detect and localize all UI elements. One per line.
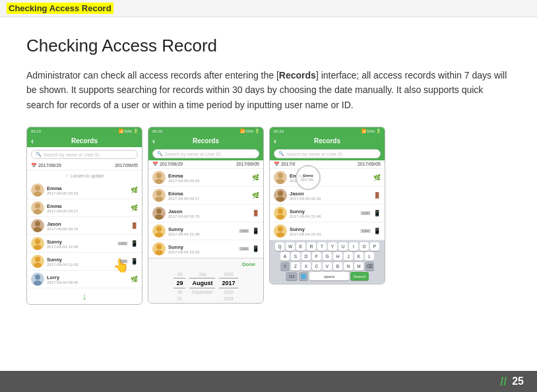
- key-d[interactable]: D: [301, 252, 311, 261]
- phone-icon: 📱: [373, 228, 381, 234]
- avatar: [31, 219, 44, 232]
- key-r[interactable]: R: [307, 242, 316, 251]
- key-k[interactable]: K: [354, 252, 363, 261]
- slash-decoration: //: [500, 375, 507, 389]
- main-content: Checking Access Record Administrator can…: [0, 17, 537, 318]
- list-item: Emma 2017-09-05 00:15 🌿: [27, 181, 142, 199]
- search-key[interactable]: Search: [350, 272, 369, 280]
- key-z[interactable]: Z: [291, 262, 300, 271]
- phone1-time: 00:10: [31, 129, 41, 133]
- avatar: [274, 224, 287, 238]
- avatar: [31, 183, 44, 197]
- key-c[interactable]: C: [312, 262, 321, 271]
- keyboard: Q W E R T Y U I O P A S D: [270, 240, 385, 284]
- arrow-down-icon: ↓: [82, 291, 87, 302]
- avatar: [152, 171, 166, 184]
- backspace-key[interactable]: ⌫: [365, 262, 374, 271]
- shift-key[interactable]: ⇧: [280, 262, 290, 271]
- month-column: July August September: [189, 271, 215, 302]
- avatar: [152, 189, 166, 202]
- key-p[interactable]: P: [370, 242, 379, 251]
- key-b[interactable]: B: [333, 262, 342, 271]
- key-h[interactable]: H: [333, 252, 342, 261]
- phone2: 00:20 📶 50% 🔋 ‹ Records 🔍 Search by name…: [148, 127, 264, 304]
- pull-to-refresh: ↑ Loosen to update: [27, 170, 142, 181]
- phone3-back-icon[interactable]: ‹: [274, 137, 276, 146]
- avatar: [274, 207, 287, 220]
- key-j[interactable]: J: [344, 252, 353, 261]
- phone2-back-icon[interactable]: ‹: [152, 137, 155, 146]
- key-u[interactable]: U: [338, 242, 348, 251]
- key-y[interactable]: Y: [328, 242, 337, 251]
- key-a[interactable]: A: [280, 252, 290, 261]
- key-q[interactable]: Q: [275, 242, 284, 251]
- key-e[interactable]: E: [296, 242, 305, 251]
- phone2-search-placeholder: Search by name or User ID.: [165, 152, 222, 156]
- leaf-icon: 🌿: [373, 174, 381, 181]
- svg-point-17: [155, 214, 163, 220]
- globe-key[interactable]: 🌐: [299, 272, 308, 280]
- page-number: 25: [512, 376, 524, 387]
- svg-point-14: [156, 191, 162, 196]
- svg-point-24: [278, 191, 283, 196]
- avatar: [152, 207, 166, 220]
- avatar: [31, 201, 44, 214]
- key-o[interactable]: O: [360, 242, 369, 251]
- key-v[interactable]: V: [323, 262, 332, 271]
- svg-point-0: [35, 185, 40, 191]
- svg-point-10: [35, 275, 40, 280]
- breadcrumb-bar: Checking Access Record: [0, 0, 537, 17]
- phone1-status-bar: 00:10 📶 50% 🔋: [27, 127, 142, 135]
- phone3-status-bar: 00:20 📶 50% 🔋: [270, 127, 385, 135]
- svg-point-26: [278, 209, 283, 214]
- search-icon: 🔍: [278, 151, 284, 156]
- svg-point-16: [156, 209, 162, 214]
- description: Administrator can check all access recor…: [26, 68, 508, 112]
- key-f[interactable]: F: [312, 252, 321, 261]
- phone1-search-bar[interactable]: 🔍 Search by name or User ID.: [31, 150, 138, 159]
- phone2-search-area: 🔍 Search by name or User ID.: [148, 147, 263, 160]
- day-column: 28 29 30 31: [174, 271, 185, 302]
- phone1-back-icon[interactable]: ‹: [31, 137, 34, 146]
- door-icon: 🚪: [131, 222, 138, 229]
- svg-point-12: [156, 173, 162, 178]
- svg-point-18: [156, 226, 162, 232]
- phone-icon: 📱: [131, 258, 138, 265]
- key-m[interactable]: M: [354, 262, 363, 271]
- key-w[interactable]: W: [286, 242, 295, 251]
- list-item: Sunny 2017-09-04 22:48 1000 📱: [148, 222, 263, 240]
- svg-point-1: [34, 191, 42, 197]
- key-t[interactable]: T: [317, 242, 327, 251]
- phone2-search-bar[interactable]: 🔍 Search by name or User ID.: [152, 149, 259, 158]
- phone3-search-bar[interactable]: 🔍 Search by name or User ID.: [274, 149, 381, 158]
- key-n[interactable]: N: [344, 262, 353, 271]
- desc-part1: Administrator can check all access recor…: [26, 70, 279, 81]
- keyboard-row-2: A S D F G H J K L: [271, 252, 383, 261]
- phone-icon: 📱: [131, 240, 138, 247]
- key-l[interactable]: L: [365, 252, 374, 261]
- date-scroll[interactable]: 28 29 30 31 July August September 2: [148, 270, 263, 303]
- svg-point-15: [155, 197, 163, 202]
- key-s[interactable]: S: [291, 252, 300, 261]
- avatar: [31, 237, 44, 250]
- key-g[interactable]: G: [323, 252, 332, 261]
- numbers-key[interactable]: 123: [286, 272, 298, 280]
- year-column: 2016 2017 2018 2019: [219, 271, 237, 302]
- avatar: [274, 189, 287, 202]
- breadcrumb-text: Checking Access Record: [7, 3, 113, 14]
- done-button[interactable]: Done: [238, 260, 259, 269]
- space-key[interactable]: space: [309, 272, 349, 280]
- phone3-title: Records: [314, 137, 340, 145]
- key-i[interactable]: I: [349, 242, 358, 251]
- svg-point-25: [276, 197, 284, 202]
- door-icon: 🚪: [252, 210, 259, 216]
- phone1-date-row: 📅 2017/08/29 2017/09/05: [27, 162, 142, 170]
- phone-icon: 📱: [252, 228, 259, 234]
- door-icon: 🚪: [373, 192, 381, 199]
- svg-point-9: [34, 263, 42, 268]
- phone2-title: Records: [193, 137, 219, 145]
- leaf-icon: 🌿: [252, 192, 259, 199]
- key-x[interactable]: X: [301, 262, 311, 271]
- leaf-icon: 🌿: [131, 187, 138, 193]
- phone-icon: 📱: [252, 245, 259, 252]
